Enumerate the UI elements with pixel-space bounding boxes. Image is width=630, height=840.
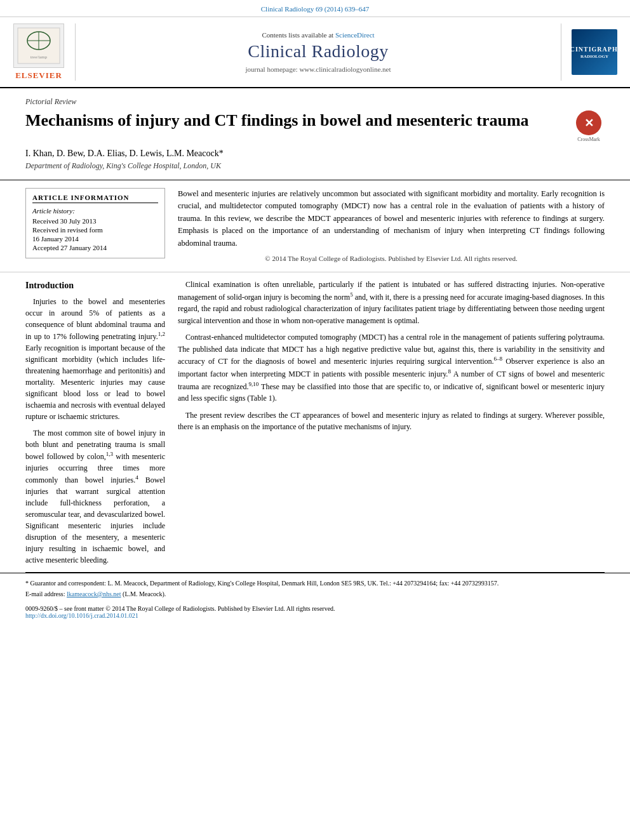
ref-9-10: 9,10 [249, 381, 259, 387]
sciencedirect-link[interactable]: ScienceDirect [335, 31, 375, 39]
radiology-badge: SCINTIGRAPHY RADIOLOGY [572, 29, 617, 75]
journal-ref: Clinical Radiology 69 (2014) 639–647 [261, 5, 369, 13]
crossmark-circle: ✕ [576, 110, 601, 135]
article-title: Mechanisms of injury and CT findings in … [25, 110, 573, 130]
email-footnote: E-mail address: lkameacock@nhs.net (L.M.… [25, 589, 605, 599]
received-1: Received 30 July 2013 [32, 217, 158, 225]
intro-para2: The most common site of bowel injury in … [25, 427, 165, 566]
doi-link[interactable]: http://dx.doi.org/10.1016/j.crad.2014.01… [25, 612, 138, 619]
doi-line: http://dx.doi.org/10.1016/j.crad.2014.01… [25, 612, 605, 619]
authors: I. Khan, D. Bew, D.A. Elias, D. Lewis, L… [25, 149, 605, 159]
issn-line: 0009-9260/$ – see front matter © 2014 Th… [25, 605, 605, 612]
pictorial-review-label: Pictorial Review [25, 97, 605, 107]
ref-6-8: 6–8 [494, 356, 503, 362]
article-info-title: ARTICLE INFORMATION [32, 194, 158, 203]
accepted-date: Accepted 27 January 2014 [32, 244, 158, 251]
journal-url: journal homepage: www.clinicalradiologyo… [246, 65, 391, 73]
guarantor-footnote: * Guarantor and correspondent: L. M. Mea… [25, 578, 605, 588]
body-left-column: Introduction Injuries to the bowel and m… [25, 279, 165, 566]
ref-1-2: 1,2 [158, 331, 165, 337]
right-para2: Contrast-enhanced multidetector computed… [178, 331, 605, 404]
received-2-label: Received in revised form [32, 226, 158, 234]
abstract-text: Bowel and mesenteric injuries are relati… [178, 188, 605, 250]
crossmark-label: CrossMark [577, 137, 600, 142]
article-title-row: Mechanisms of injury and CT findings in … [25, 110, 605, 142]
body-right-column: Clinical examination is often unreliable… [178, 279, 605, 566]
doi-section: 0009-9260/$ – see front matter © 2014 Th… [0, 603, 630, 624]
intro-para1: Injuries to the bowel and mesenteries oc… [25, 296, 165, 422]
contents-line: Contents lists available at ScienceDirec… [262, 31, 374, 39]
top-bar: Clinical Radiology 69 (2014) 639–647 [0, 0, 630, 17]
elsevier-logo-image: tree/lamp [13, 23, 64, 68]
right-para3: The present review describes the CT appe… [178, 410, 605, 433]
elsevier-logo: tree/lamp ELSEVIER [10, 23, 67, 81]
svg-text:tree/lamp: tree/lamp [30, 55, 48, 60]
received-2-date: 16 January 2014 [32, 235, 158, 243]
copyright-line: © 2014 The Royal College of Radiologists… [178, 253, 605, 264]
header-middle: Contents lists available at ScienceDirec… [75, 23, 561, 81]
article-info-column: ARTICLE INFORMATION Article history: Rec… [25, 188, 165, 264]
header-section: tree/lamp ELSEVIER Contents lists availa… [0, 17, 630, 88]
email-link[interactable]: lkameacock@nhs.net [67, 590, 121, 597]
footnote-section: * Guarantor and correspondent: L. M. Mea… [0, 573, 630, 603]
introduction-heading: Introduction [25, 279, 165, 292]
ref-1-3: 1,3 [106, 451, 113, 457]
crossmark: ✕ CrossMark [573, 110, 605, 142]
right-para1: Clinical examination is often unreliable… [178, 279, 605, 326]
abstract-section: ARTICLE INFORMATION Article history: Rec… [0, 180, 630, 272]
article-header: Pictorial Review Mechanisms of injury an… [0, 88, 630, 180]
abstract-column: Bowel and mesenteric injuries are relati… [178, 188, 605, 264]
history-label: Article history: [32, 207, 158, 215]
header-right: SCINTIGRAPHY RADIOLOGY [569, 23, 620, 81]
journal-title: Clinical Radiology [248, 41, 388, 62]
elsevier-wordmark: ELSEVIER [15, 70, 62, 81]
affiliation: Department of Radiology, King's College … [25, 161, 605, 171]
article-info-box: ARTICLE INFORMATION Article history: Rec… [25, 188, 165, 258]
body-section: Introduction Injuries to the bowel and m… [0, 272, 630, 572]
